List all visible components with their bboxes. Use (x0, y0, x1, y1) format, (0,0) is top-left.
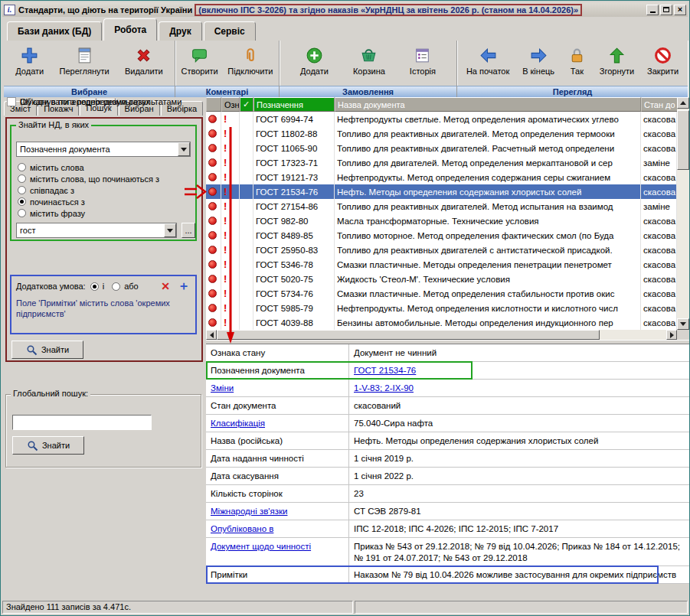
scroll-left-button[interactable] (206, 330, 217, 340)
red-dot-icon (208, 115, 217, 123)
menu-tab[interactable]: Сервіс (204, 21, 256, 41)
favorites-delete-button[interactable]: Видалити (121, 43, 167, 79)
red-dot-icon (208, 275, 217, 283)
remove-condition-button[interactable]: ✕ (159, 280, 172, 292)
exclamation-icon: ! (224, 171, 227, 183)
horizontal-scroll-thumb[interactable] (217, 330, 600, 340)
detail-value[interactable]: 1-V-83; 2-IX-90 (354, 383, 414, 393)
col-icon-header[interactable] (206, 97, 221, 112)
detail-value-cell: Приказ № 543 от 29.12.2018; № 79 від 10.… (349, 538, 689, 565)
scroll-right-button[interactable] (666, 330, 677, 340)
detail-label[interactable]: Класифікація (211, 419, 265, 428)
close-db-button[interactable]: Закрити (643, 43, 682, 79)
doc-status: скасова (641, 272, 677, 286)
close-button[interactable]: × (674, 5, 686, 15)
detail-label[interactable]: Документ щодо чинності (211, 542, 311, 551)
detail-label[interactable]: Зміни (211, 383, 234, 393)
col-designation-header[interactable]: Позначення (253, 97, 335, 112)
red-dot-icon (208, 246, 217, 254)
global-search-input[interactable] (12, 415, 152, 430)
doc-check-cell (240, 243, 253, 257)
doc-check-cell (240, 112, 253, 126)
detail-value-cell: Документ не чинний (349, 344, 689, 361)
search-mode-radio[interactable]: починається з (18, 196, 159, 207)
table-row[interactable]: ! ГОСТ 8489-85 Топливо моторное. Метод о… (206, 228, 677, 243)
status-bar: Знайдено 111 записів за 4.471с. (2, 601, 688, 614)
menu-tab[interactable]: Бази даних (БД) (7, 21, 102, 41)
favorites-add-button[interactable]: Додати (11, 43, 47, 79)
search-criteria-group: Знайти НД, в яких Позначення документа м… (10, 125, 197, 241)
col-name-header[interactable]: Назва документа (335, 97, 641, 112)
search-mode-radio[interactable]: співпадає з (18, 184, 159, 196)
maximize-button[interactable] (660, 5, 672, 15)
comment-icon (190, 46, 209, 65)
doc-check-cell (240, 170, 253, 184)
order-history-button[interactable]: Історія (406, 43, 440, 79)
search-icon (26, 344, 38, 356)
menu-tab[interactable]: Робота (103, 18, 157, 41)
detail-row: Документ щодо чинності Приказ № 543 от 2… (206, 538, 689, 566)
chevron-down-icon[interactable] (164, 223, 176, 237)
scroll-up-button[interactable] (677, 97, 689, 109)
favorites-view-button[interactable]: Переглянути (56, 43, 113, 79)
table-row[interactable]: ! ГОСТ 19121-73 Нефтепродукты. Метод опр… (206, 170, 677, 184)
doc-check-cell (240, 184, 253, 199)
table-row[interactable]: ! ГОСТ 6994-74 Нефтепродукты светлые. Ме… (206, 112, 677, 126)
col-check-header[interactable]: ✓ (240, 97, 253, 112)
search-query-combo[interactable]: гост (16, 223, 177, 238)
table-row[interactable]: ! ГОСТ 21534-76 Нефть. Методы определени… (206, 184, 677, 199)
detail-label[interactable]: Міжнародні зв'язки (211, 507, 287, 516)
order-add-button[interactable]: Додати (296, 43, 332, 79)
condition-logic-radio[interactable]: і (90, 281, 104, 292)
global-find-button[interactable]: Знайти (12, 436, 84, 455)
table-row[interactable]: ! ГОСТ 11802-88 Топливо для реактивных д… (206, 126, 677, 141)
table-row[interactable]: ! ГОСТ 17323-71 Топливо для двигателей. … (206, 155, 677, 170)
vertical-scrollbar[interactable] (677, 97, 689, 330)
vertical-scroll-thumb[interactable] (677, 110, 689, 170)
search-option-checkbox[interactable]: Об'єднувати з попередніми результатами (7, 97, 204, 106)
doc-code: ГОСТ 11065-90 (253, 141, 335, 155)
detail-row: Дата скасування 1 січня 2022 р. (206, 468, 689, 485)
go-last-button[interactable]: В кінець (518, 43, 558, 79)
title-highlight-annotation: (включно ІПС 3-2026) та згідно наказів «… (195, 4, 582, 16)
more-options-button[interactable]: ... (181, 223, 195, 238)
search-mode-radio[interactable]: містить слова (18, 161, 159, 173)
col-ozn-header[interactable]: Озн (221, 97, 240, 112)
lock-button[interactable]: Так (564, 43, 590, 79)
table-row[interactable]: ! ГОСТ 5985-79 Нефтепродукты. Метод опре… (206, 301, 677, 315)
table-row[interactable]: ! ГОСТ 5020-75 Жидкость 'Стеол-М'. Техни… (206, 272, 677, 286)
toolbar-group-label: Замовлення (280, 86, 456, 97)
order-basket-button[interactable]: Корзина (349, 43, 389, 79)
table-row[interactable]: ! ГОСТ 25950-83 Топливо для реактивных д… (206, 243, 677, 257)
condition-logic-radio[interactable]: або (112, 281, 139, 292)
search-mode-radio[interactable]: містить фразу (18, 207, 159, 219)
scroll-down-button[interactable] (677, 318, 689, 330)
comment-create-button[interactable]: Створити (178, 43, 222, 79)
table-row[interactable]: ! ГОСТ 5734-76 Смазки пластичные. Метод … (206, 286, 677, 301)
search-field-select[interactable]: Позначення документа (16, 142, 191, 157)
table-row[interactable]: ! ГОСТ 982-80 Масла трансформаторные. Те… (206, 213, 677, 228)
minimize-button[interactable] (646, 5, 659, 15)
doc-status-cell (206, 243, 221, 257)
detail-label[interactable]: Опубліковано в (211, 524, 273, 533)
comment-attach-button[interactable]: Підключити (224, 43, 276, 79)
find-button[interactable]: Знайти (11, 341, 83, 359)
go-first-button[interactable]: На початок (463, 43, 513, 79)
collapse-button[interactable]: Згорнути (596, 43, 638, 79)
add-condition-button[interactable]: ＋ (177, 280, 191, 292)
table-row[interactable]: ! ГОСТ 4039-88 Бензины автомобильные. Ме… (206, 315, 677, 330)
toolbar: Додати Переглянути Видалити Вибране Ство… (2, 41, 688, 97)
arrow-left-icon (479, 46, 498, 65)
detail-label-cell: Ознака стану (206, 344, 349, 361)
doc-name: Нефтепродукты. Метод определения кислотн… (335, 301, 641, 315)
search-field-value: Позначення документа (20, 145, 178, 154)
chevron-down-icon[interactable] (178, 142, 190, 156)
menu-tab[interactable]: Друк (159, 21, 201, 41)
toolbar-group-orders: Додати Корзина Історія Замовлення (280, 41, 457, 97)
search-mode-radio[interactable]: містить слова, що починаються з (18, 173, 159, 184)
table-row[interactable]: ! ГОСТ 11065-90 Топливо для реактивных д… (206, 141, 677, 155)
detail-value[interactable]: ГОСТ 21534-76 (354, 366, 416, 375)
table-row[interactable]: ! ГОСТ 27154-86 Топливо для реактивных д… (206, 199, 677, 213)
horizontal-scrollbar[interactable] (206, 330, 677, 340)
table-row[interactable]: ! ГОСТ 5346-78 Смазки пластичные. Методы… (206, 257, 677, 272)
